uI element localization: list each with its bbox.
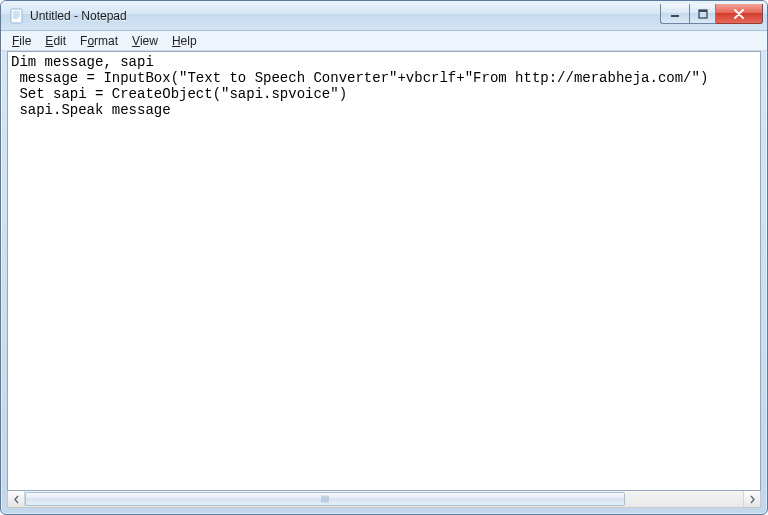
- horizontal-scrollbar[interactable]: [7, 491, 761, 508]
- scroll-thumb[interactable]: [25, 492, 625, 506]
- svg-rect-5: [671, 15, 679, 17]
- menu-file[interactable]: File: [5, 33, 38, 49]
- chevron-right-icon: [749, 495, 756, 504]
- menubar: File Edit Format View Help: [1, 31, 767, 51]
- menu-edit[interactable]: Edit: [38, 33, 73, 49]
- window-title: Untitled - Notepad: [30, 9, 127, 23]
- titlebar[interactable]: Untitled - Notepad: [1, 1, 767, 31]
- menu-format[interactable]: Format: [73, 33, 125, 49]
- svg-rect-7: [699, 10, 707, 12]
- maximize-button[interactable]: [689, 4, 716, 24]
- scroll-right-button[interactable]: [743, 491, 760, 507]
- menu-view[interactable]: View: [125, 33, 165, 49]
- close-icon: [733, 9, 745, 19]
- minimize-button[interactable]: [660, 4, 689, 24]
- window-controls: [660, 4, 763, 24]
- scroll-track[interactable]: [25, 491, 743, 507]
- editor-container: Dim message, sapi message = InputBox("Te…: [7, 51, 761, 491]
- scroll-left-button[interactable]: [8, 491, 25, 507]
- menu-help[interactable]: Help: [165, 33, 204, 49]
- close-button[interactable]: [716, 4, 763, 24]
- minimize-icon: [670, 9, 680, 19]
- notepad-window: Untitled - Notepad File Edit: [0, 0, 768, 515]
- text-editor[interactable]: Dim message, sapi message = InputBox("Te…: [8, 52, 760, 490]
- scroll-grip-icon: [322, 496, 329, 503]
- maximize-icon: [698, 9, 708, 19]
- notepad-app-icon: [9, 8, 25, 24]
- chevron-left-icon: [13, 495, 20, 504]
